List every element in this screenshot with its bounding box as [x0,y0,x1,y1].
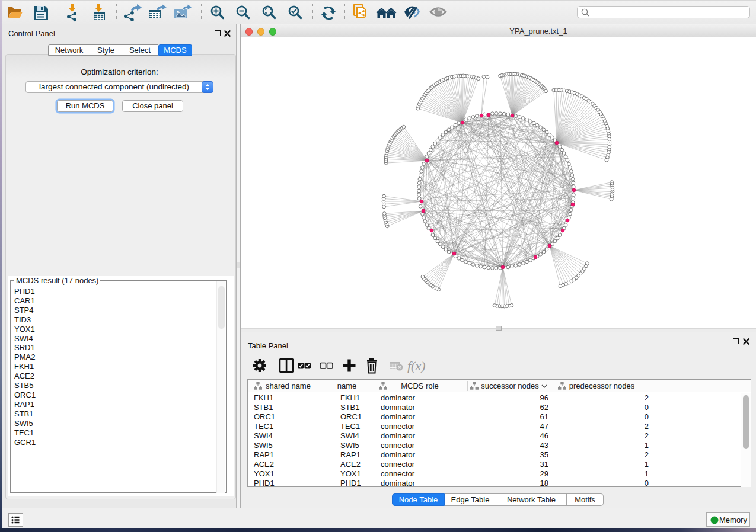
svg-text:f(x): f(x) [407,358,426,373]
